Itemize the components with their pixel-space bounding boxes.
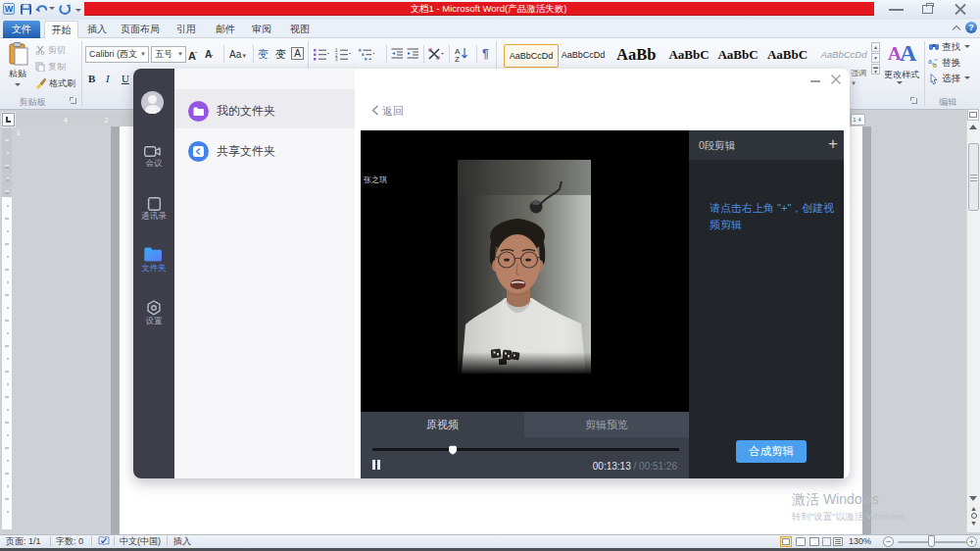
- svg-text:Z: Z: [455, 55, 460, 62]
- svg-text:b: b: [933, 62, 937, 69]
- svg-text:a: a: [928, 58, 932, 65]
- svg-text:3: 3: [335, 57, 338, 61]
